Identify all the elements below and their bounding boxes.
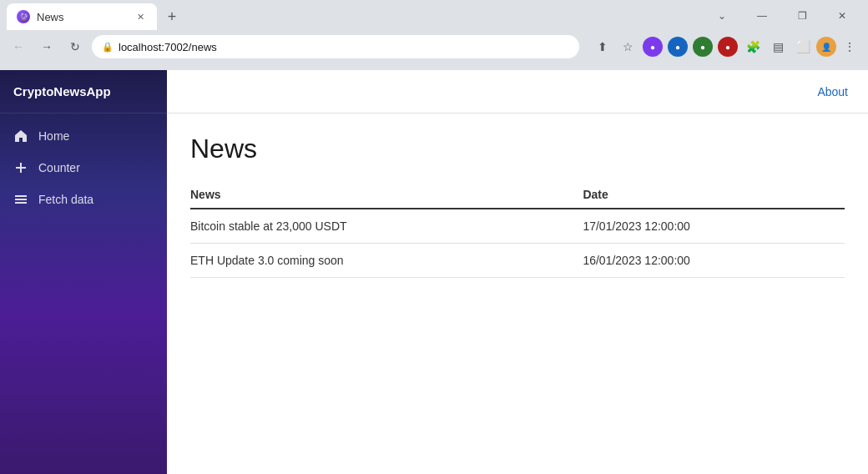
page-title: News bbox=[190, 134, 845, 164]
plus-icon bbox=[13, 160, 28, 175]
list-icon bbox=[13, 192, 28, 207]
table-cell-date: 17/01/2023 12:00:00 bbox=[583, 209, 845, 244]
sidebar-item-counter-label: Counter bbox=[38, 161, 80, 174]
address-bar: ← → ↻ 🔒 localhost:7002/news ⬆ ☆ ● ● ● ● … bbox=[0, 30, 868, 63]
sidebar-item-fetch-data-label: Fetch data bbox=[38, 193, 93, 206]
sidebar-item-counter[interactable]: Counter bbox=[0, 152, 167, 184]
browser-chrome: 🔮 News ✕ + ⌄ — ❐ ✕ ← → ↻ 🔒 localhost:700… bbox=[0, 0, 868, 70]
app-container: CryptoNewsApp Home Counter bbox=[0, 70, 868, 474]
window-close-button[interactable]: ✕ bbox=[823, 3, 861, 29]
main-content: About News News Date Bitcoin stable at 2… bbox=[167, 70, 868, 474]
sidebar-item-fetch-data[interactable]: Fetch data bbox=[0, 184, 167, 215]
svg-rect-2 bbox=[15, 202, 27, 204]
window-controls: ⌄ — ❐ ✕ bbox=[703, 3, 861, 29]
screenshot-icon[interactable]: ⬜ bbox=[791, 35, 815, 58]
profile-avatar-1[interactable]: ● bbox=[641, 35, 664, 58]
user-profile-icon[interactable]: 👤 bbox=[816, 37, 836, 57]
table-cell-news: Bitcoin stable at 23,000 USDT bbox=[190, 209, 583, 244]
table-cell-news: ETH Update 3.0 coming soon bbox=[190, 244, 583, 278]
window-chevron-button[interactable]: ⌄ bbox=[703, 3, 741, 29]
svg-rect-1 bbox=[15, 199, 27, 200]
tab-favicon-icon: 🔮 bbox=[17, 10, 30, 23]
back-button[interactable]: ← bbox=[7, 35, 30, 58]
sidebar-nav: Home Counter Fetch data bbox=[0, 113, 167, 222]
new-tab-button[interactable]: + bbox=[160, 5, 184, 28]
svg-rect-0 bbox=[15, 195, 27, 197]
browser-tab[interactable]: 🔮 News ✕ bbox=[7, 3, 157, 30]
sidebar-item-home[interactable]: Home bbox=[0, 120, 167, 152]
sidebar-item-home-label: Home bbox=[38, 129, 69, 143]
tab-title: News bbox=[37, 11, 127, 23]
share-icon[interactable]: ⬆ bbox=[591, 35, 614, 58]
table-header-news: News bbox=[190, 181, 583, 209]
bookmark-icon[interactable]: ☆ bbox=[616, 35, 639, 58]
extensions-icon[interactable]: 🧩 bbox=[741, 35, 765, 58]
news-table: News Date Bitcoin stable at 23,000 USDT1… bbox=[190, 181, 845, 278]
tab-close-button[interactable]: ✕ bbox=[134, 10, 147, 23]
forward-button[interactable]: → bbox=[35, 35, 58, 58]
profile-avatar-3[interactable]: ● bbox=[691, 35, 714, 58]
profile-avatar-4[interactable]: ● bbox=[716, 35, 739, 58]
profile-avatar-2[interactable]: ● bbox=[666, 35, 689, 58]
top-nav: About bbox=[167, 70, 868, 113]
url-text: localhost:7002/news bbox=[119, 41, 217, 53]
reload-button[interactable]: ↻ bbox=[63, 35, 87, 58]
table-header-date: Date bbox=[583, 181, 845, 209]
table-row: ETH Update 3.0 coming soon16/01/2023 12:… bbox=[190, 244, 845, 278]
table-body: Bitcoin stable at 23,000 USDT17/01/2023 … bbox=[190, 209, 845, 278]
toolbar-icons: ⬆ ☆ ● ● ● ● 🧩 ▤ ⬜ 👤 ⋮ bbox=[591, 35, 861, 58]
table-head: News Date bbox=[190, 181, 845, 209]
window-minimize-button[interactable]: — bbox=[743, 3, 781, 29]
sidebar: CryptoNewsApp Home Counter bbox=[0, 70, 167, 474]
title-bar: 🔮 News ✕ + ⌄ — ❐ ✕ bbox=[0, 0, 868, 30]
table-header-row: News Date bbox=[190, 181, 845, 209]
sidebar-toggle-icon[interactable]: ▤ bbox=[766, 35, 790, 58]
address-input[interactable]: 🔒 localhost:7002/news bbox=[92, 35, 579, 58]
window-maximize-button[interactable]: ❐ bbox=[783, 3, 821, 29]
menu-icon[interactable]: ⋮ bbox=[838, 35, 861, 58]
home-icon bbox=[13, 129, 28, 144]
sidebar-brand: CryptoNewsApp bbox=[0, 70, 167, 113]
lock-icon: 🔒 bbox=[102, 42, 114, 53]
table-cell-date: 16/01/2023 12:00:00 bbox=[583, 244, 845, 278]
page-content: News News Date Bitcoin stable at 23,000 … bbox=[167, 113, 868, 474]
about-link[interactable]: About bbox=[817, 85, 848, 98]
table-row: Bitcoin stable at 23,000 USDT17/01/2023 … bbox=[190, 209, 845, 244]
